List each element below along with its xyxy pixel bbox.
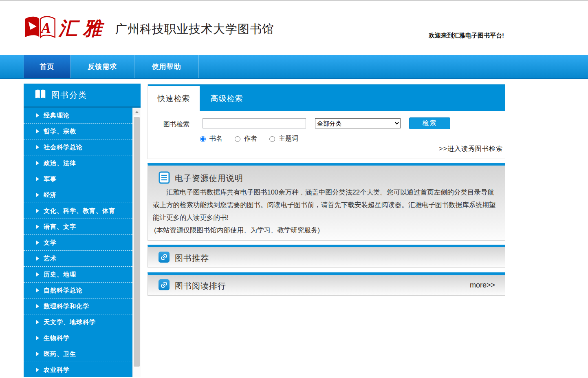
sidebar: 图书分类 经典理论哲学、宗教社会科学总论政治、法律军事经济文化、科学、教育、体育…	[24, 84, 141, 378]
radio-item-subject[interactable]: 主题词	[269, 135, 298, 143]
nav-item-home[interactable]: 首页	[24, 55, 70, 78]
triangle-icon	[36, 368, 39, 372]
radio-item-title[interactable]: 书名	[200, 135, 222, 143]
category-label: 医药、卫生	[44, 350, 76, 358]
triangle-icon	[36, 209, 39, 213]
category-label: 文化、科学、教育、体育	[44, 207, 115, 215]
huiya-logo[interactable]: A 汇雅	[24, 15, 108, 42]
radio-item-author[interactable]: 作者	[235, 135, 257, 143]
ranking-section: 图书阅读排行 more>>	[148, 272, 505, 296]
sidebar-category-12[interactable]: 数理科学和化学	[24, 298, 132, 314]
category-label: 天文学、地球科学	[44, 318, 96, 326]
triangle-icon	[36, 161, 39, 165]
more-link[interactable]: more>>	[470, 281, 495, 290]
duxiu-search-link[interactable]: >>进入读秀图书检索	[439, 145, 503, 153]
triangle-icon	[36, 256, 39, 261]
welcome-text: 欢迎来到汇雅电子图书平台!	[429, 32, 504, 40]
usage-body: 汇雅电子图书数据库共有电子图书100余万种，涵盖中图分类法22个大类。您可以通过…	[153, 186, 499, 237]
sidebar-category-14[interactable]: 生物科学	[24, 330, 132, 346]
sidebar-category-5[interactable]: 经济	[24, 187, 132, 203]
sidebar-scrollbar[interactable]	[132, 108, 141, 377]
category-label: 自然科学总论	[44, 287, 83, 294]
recommend-title: 图书推荐	[175, 253, 209, 264]
triangle-icon	[36, 241, 39, 245]
sidebar-category-15[interactable]: 医药、卫生	[24, 346, 132, 362]
sidebar-category-6[interactable]: 文化、科学、教育、体育	[24, 203, 132, 219]
sidebar-category-9[interactable]: 艺术	[24, 251, 132, 267]
sidebar-category-3[interactable]: 政治、法律	[24, 155, 132, 171]
triangle-icon	[36, 304, 39, 308]
usage-section: 电子资源使用说明 汇雅电子图书数据库共有电子图书100余万种，涵盖中图分类法22…	[148, 163, 505, 241]
sidebar-category-8[interactable]: 文学	[24, 235, 132, 251]
triangle-icon	[36, 352, 39, 356]
sidebar-category-13[interactable]: 天文学、地球科学	[24, 314, 132, 330]
nav-item-feedback[interactable]: 反馈需求	[70, 55, 134, 78]
book-search-input[interactable]	[203, 118, 306, 128]
sidebar-category-2[interactable]: 社会科学总论	[24, 139, 132, 155]
triangle-icon	[36, 225, 39, 229]
radio-author[interactable]	[235, 136, 240, 142]
radio-label: 主题词	[279, 135, 298, 143]
category-label: 军事	[44, 175, 57, 183]
scrollbar-up-icon[interactable]	[133, 108, 140, 115]
usage-paragraph: 汇雅电子图书数据库共有电子图书100余万种，涵盖中图分类法22个大类。您可以通过…	[153, 186, 499, 224]
category-label: 艺术	[44, 255, 57, 263]
sidebar-category-4[interactable]: 军事	[24, 171, 132, 187]
search-button[interactable]: 检索	[409, 117, 450, 129]
category-label: 历史、地理	[44, 271, 76, 279]
sidebar-category-0[interactable]: 经典理论	[24, 108, 132, 124]
tab-quick-search[interactable]: 快速检索	[148, 86, 200, 111]
category-label: 经典理论	[44, 112, 70, 119]
ranking-title: 图书阅读排行	[175, 281, 226, 292]
sidebar-category-10[interactable]: 历史、地理	[24, 267, 132, 283]
triangle-icon	[36, 320, 39, 324]
category-label: 生物科学	[44, 334, 70, 342]
recommend-section: 图书推荐	[148, 245, 505, 267]
nav-list: 首页反馈需求使用帮助	[24, 55, 199, 78]
category-label: 数理科学和化学	[44, 303, 89, 310]
site-title: 广州科技职业技术大学图书馆	[115, 21, 274, 38]
triangle-icon	[36, 272, 39, 276]
search-field-radios: 书名作者主题词	[200, 135, 311, 143]
triangle-icon	[36, 113, 39, 117]
main-nav: 首页反馈需求使用帮助	[0, 55, 588, 79]
main-content: 快速检索 高级检索 图书检索 全部分类 检索 书名作者主题词 >>进入读秀图书检…	[148, 84, 505, 378]
category-label: 农业科学	[44, 366, 70, 374]
sidebar-category-11[interactable]: 自然科学总论	[24, 283, 132, 298]
radio-label: 作者	[244, 135, 257, 143]
usage-note: (本站资源仅限图书馆内部使用、为学习、教学研究服务)	[153, 224, 499, 237]
link-icon	[159, 279, 170, 290]
nav-item-help[interactable]: 使用帮助	[134, 55, 199, 78]
triangle-icon	[36, 288, 39, 292]
category-label: 政治、法律	[44, 159, 76, 167]
category-label: 哲学、宗教	[44, 128, 76, 135]
sidebar-category-7[interactable]: 语言、文字	[24, 219, 132, 235]
search-tabbar: 快速检索 高级检索	[148, 84, 505, 111]
sidebar-header: 图书分类	[24, 84, 141, 108]
sidebar-body: 经典理论哲学、宗教社会科学总论政治、法律军事经济文化、科学、教育、体育语言、文字…	[24, 108, 141, 377]
radio-label: 书名	[209, 135, 222, 143]
category-label: 文学	[44, 239, 57, 247]
triangle-icon	[36, 129, 39, 133]
scrollbar-thumb[interactable]	[134, 117, 140, 367]
sidebar-title: 图书分类	[51, 90, 87, 101]
triangle-icon	[36, 336, 39, 340]
svg-text:A: A	[40, 20, 51, 36]
book-category-icon	[34, 89, 46, 102]
usage-title: 电子资源使用说明	[175, 173, 243, 184]
book-search-label: 图书检索	[163, 120, 189, 129]
document-icon	[159, 171, 170, 186]
category-label: 社会科学总论	[44, 144, 83, 151]
triangle-icon	[36, 177, 39, 181]
search-panel: 快速检索 高级检索 图书检索 全部分类 检索 书名作者主题词 >>进入读秀图书检…	[148, 84, 505, 159]
category-label: 经济	[44, 191, 57, 199]
tab-advanced-search[interactable]: 高级检索	[200, 86, 254, 111]
triangle-icon	[36, 193, 39, 197]
radio-title[interactable]	[200, 136, 206, 142]
category-list: 经典理论哲学、宗教社会科学总论政治、法律军事经济文化、科学、教育、体育语言、文字…	[24, 108, 132, 377]
category-select[interactable]: 全部分类	[315, 118, 401, 128]
radio-subject[interactable]	[269, 136, 275, 142]
sidebar-category-1[interactable]: 哲学、宗教	[24, 124, 132, 139]
sidebar-category-16[interactable]: 农业科学	[24, 362, 132, 378]
logo-text: 汇雅	[59, 16, 108, 41]
